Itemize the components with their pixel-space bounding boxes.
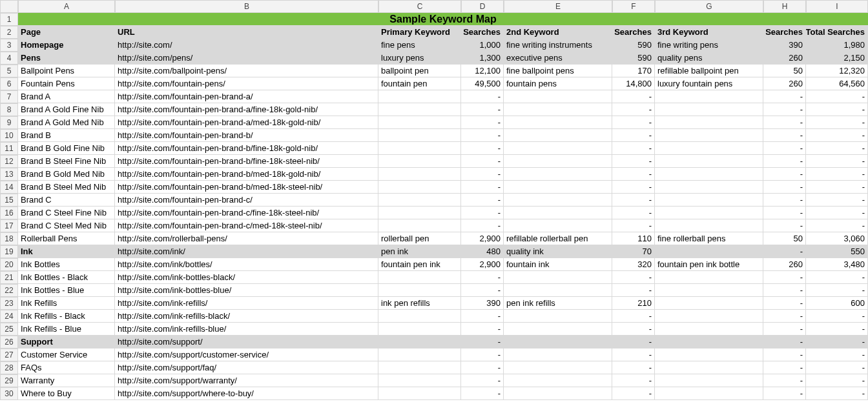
column-header-cell[interactable]: 3rd Keyword: [655, 26, 763, 39]
data-cell[interactable]: [504, 90, 612, 103]
data-cell[interactable]: http://site.com/fountain-pen-brand-a/med…: [115, 116, 378, 129]
data-cell[interactable]: quality ink: [504, 245, 612, 258]
data-cell[interactable]: -: [806, 168, 868, 181]
data-cell[interactable]: 1,000: [461, 39, 504, 52]
data-cell[interactable]: Customer Service: [18, 348, 115, 361]
data-cell[interactable]: -: [461, 129, 504, 142]
data-cell[interactable]: Where to Buy: [18, 387, 115, 400]
row-header[interactable]: 20: [0, 258, 18, 271]
data-cell[interactable]: Fountain Pens: [18, 77, 115, 90]
data-cell[interactable]: -: [763, 348, 806, 361]
data-cell[interactable]: [655, 129, 763, 142]
row-header[interactable]: 30: [0, 387, 18, 400]
row-header[interactable]: 15: [0, 194, 18, 207]
data-cell[interactable]: -: [461, 310, 504, 323]
data-cell[interactable]: [504, 219, 612, 232]
data-cell[interactable]: 170: [612, 65, 655, 77]
data-cell[interactable]: [655, 387, 763, 400]
data-cell[interactable]: [655, 323, 763, 336]
data-cell[interactable]: [378, 219, 461, 232]
data-cell[interactable]: rollerball pen: [378, 232, 461, 245]
row-header[interactable]: 28: [0, 361, 18, 374]
data-cell[interactable]: Brand A Gold Med Nib: [18, 116, 115, 129]
data-cell[interactable]: -: [763, 310, 806, 323]
data-cell[interactable]: -: [763, 297, 806, 310]
data-cell[interactable]: http://site.com/fountain-pen-brand-b/fin…: [115, 142, 378, 155]
data-cell[interactable]: [504, 129, 612, 142]
data-cell[interactable]: [655, 103, 763, 116]
data-cell[interactable]: [655, 181, 763, 194]
data-cell[interactable]: fine pens: [378, 39, 461, 52]
col-header[interactable]: D: [461, 0, 504, 13]
data-cell[interactable]: [378, 323, 461, 336]
data-cell[interactable]: 260: [763, 52, 806, 65]
data-cell[interactable]: [378, 284, 461, 297]
data-cell[interactable]: -: [763, 361, 806, 374]
data-cell[interactable]: -: [806, 219, 868, 232]
data-cell[interactable]: -: [806, 361, 868, 374]
data-cell[interactable]: Homepage: [18, 39, 115, 52]
row-header[interactable]: 18: [0, 232, 18, 245]
data-cell[interactable]: -: [612, 348, 655, 361]
data-cell[interactable]: http://site.com/support/customer-service…: [115, 348, 378, 361]
data-cell[interactable]: http://site.com/fountain-pen-brand-b/fin…: [115, 155, 378, 168]
data-cell[interactable]: pen ink refills: [504, 297, 612, 310]
data-cell[interactable]: [504, 194, 612, 207]
row-header[interactable]: 11: [0, 142, 18, 155]
data-cell[interactable]: http://site.com/ink-refills-blue/: [115, 323, 378, 336]
data-cell[interactable]: [378, 129, 461, 142]
data-cell[interactable]: [504, 374, 612, 387]
row-header[interactable]: 12: [0, 155, 18, 168]
data-cell[interactable]: [378, 142, 461, 155]
data-cell[interactable]: http://site.com/fountain-pen-brand-b/: [115, 129, 378, 142]
data-cell[interactable]: -: [763, 374, 806, 387]
data-cell[interactable]: -: [763, 181, 806, 194]
col-header[interactable]: E: [504, 0, 612, 13]
data-cell[interactable]: -: [806, 155, 868, 168]
data-cell[interactable]: 320: [612, 258, 655, 271]
row-header[interactable]: 19: [0, 245, 18, 258]
data-cell[interactable]: 50: [763, 65, 806, 77]
data-cell[interactable]: [378, 181, 461, 194]
data-cell[interactable]: -: [806, 207, 868, 219]
data-cell[interactable]: [378, 207, 461, 219]
data-cell[interactable]: 2,900: [461, 232, 504, 245]
data-cell[interactable]: -: [612, 207, 655, 219]
data-cell[interactable]: [378, 116, 461, 129]
data-cell[interactable]: [378, 361, 461, 374]
data-cell[interactable]: -: [461, 219, 504, 232]
data-cell[interactable]: [378, 155, 461, 168]
data-cell[interactable]: -: [763, 219, 806, 232]
row-header[interactable]: 1: [0, 13, 18, 26]
col-header[interactable]: F: [612, 0, 655, 13]
data-cell[interactable]: -: [461, 323, 504, 336]
data-cell[interactable]: http://site.com/support/: [115, 336, 378, 348]
data-cell[interactable]: [655, 245, 763, 258]
data-cell[interactable]: -: [461, 361, 504, 374]
data-cell[interactable]: FAQs: [18, 361, 115, 374]
data-cell[interactable]: -: [612, 142, 655, 155]
data-cell[interactable]: Ink Refills - Black: [18, 310, 115, 323]
data-cell[interactable]: Support: [18, 336, 115, 348]
data-cell[interactable]: -: [612, 336, 655, 348]
data-cell[interactable]: http://site.com/ballpoint-pens/: [115, 65, 378, 77]
data-cell[interactable]: http://site.com/support/faq/: [115, 361, 378, 374]
data-cell[interactable]: Brand C Steel Med Nib: [18, 219, 115, 232]
data-cell[interactable]: refillable ballpoint pen: [655, 65, 763, 77]
data-cell[interactable]: -: [612, 284, 655, 297]
row-header[interactable]: 22: [0, 284, 18, 297]
data-cell[interactable]: luxury fountain pens: [655, 77, 763, 90]
data-cell[interactable]: Ink: [18, 245, 115, 258]
data-cell[interactable]: Brand B: [18, 129, 115, 142]
data-cell[interactable]: [378, 387, 461, 400]
data-cell[interactable]: -: [763, 103, 806, 116]
data-cell[interactable]: -: [612, 103, 655, 116]
data-cell[interactable]: [378, 103, 461, 116]
row-header[interactable]: 4: [0, 52, 18, 65]
data-cell[interactable]: -: [612, 155, 655, 168]
column-header-cell[interactable]: URL: [115, 26, 378, 39]
data-cell[interactable]: http://site.com/: [115, 39, 378, 52]
data-cell[interactable]: [655, 155, 763, 168]
column-header-cell[interactable]: Searches: [612, 26, 655, 39]
data-cell[interactable]: luxury pens: [378, 52, 461, 65]
